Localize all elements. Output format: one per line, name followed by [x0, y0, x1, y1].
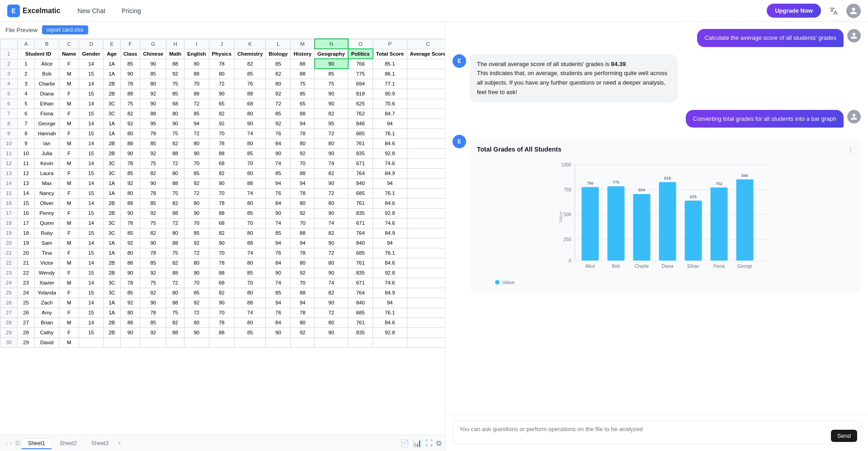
table-row[interactable]: 109IanM142B88858280788084808076184.6 — [0, 138, 445, 148]
logo-text: Excelmatic — [23, 7, 61, 15]
main-container: File Preview report card.xlsx A B C D E … — [0, 22, 868, 451]
table-row[interactable]: 1716PennyF152B90928890888590929083592.8 — [0, 208, 445, 218]
svg-rect-12 — [582, 187, 599, 261]
table-row[interactable]: 2322WendyF152B90928890888590929083592.8 — [0, 268, 445, 278]
sheet-tab-1[interactable]: Sheet1 — [21, 438, 52, 449]
table-row[interactable]: 1817QuinnM143C78757270687074707467174.6 — [0, 218, 445, 228]
spreadsheet-icon-4[interactable]: ⧉ — [436, 439, 441, 447]
pricing-link[interactable]: Pricing — [115, 5, 147, 17]
user-message-row-2: Converting total grades for all students… — [453, 110, 861, 128]
user-message-1: Calculate the average score of all stude… — [697, 29, 844, 47]
col-j: J — [209, 39, 234, 49]
svg-text:775: 775 — [613, 180, 619, 185]
ai-avatar-2: E — [453, 135, 466, 148]
table-row[interactable]: 2625ZachM141A92908892908894949084094 — [0, 298, 445, 308]
send-button[interactable]: Send — [831, 430, 857, 442]
table-row[interactable]: 2221VictorM142B88858280788084808076184.6 — [0, 258, 445, 268]
table-row[interactable]: 21AliceF141A85908880788285889076685.1 — [0, 59, 445, 69]
svg-rect-27 — [711, 188, 728, 261]
table-row[interactable]: 3029DavidM — [0, 337, 445, 347]
file-preview-label: File Preview — [5, 27, 38, 33]
table-row[interactable]: 65EthanM143C75906872656872659062570.6 — [0, 99, 445, 109]
user-avatar-2 — [847, 110, 861, 123]
legend-dot — [495, 280, 500, 285]
col-g: G — [140, 39, 166, 49]
table-row[interactable]: 2726AmyF151A80787572707476787268576.1 — [0, 308, 445, 318]
table-row[interactable]: 1413MaxM141A92908892908894949084094 — [0, 178, 445, 188]
table-row[interactable]: 2120TinaF151A80787572707476787268576.1 — [0, 248, 445, 258]
bar-chart-svg: 1000 750 500 250 0 — [477, 158, 854, 276]
table-row[interactable]: 1918RubyF153C85828085828085888276484.9 — [0, 228, 445, 238]
spreadsheet-icon-1[interactable]: 📄 — [400, 439, 409, 447]
svg-text:Fiona: Fiona — [713, 264, 725, 269]
svg-text:1000: 1000 — [561, 162, 571, 167]
sheet-tab-2[interactable]: Sheet2 — [53, 438, 84, 449]
chart-legend: Value — [477, 280, 854, 285]
chart-wrapper: Total Grades of All Students ⋮ 1000 750 … — [470, 135, 861, 292]
svg-rect-30 — [736, 180, 754, 261]
table-row[interactable]: 87GeorgeM141A92959094929092949584694 — [0, 119, 445, 128]
upgrade-button[interactable]: Upgrade Now — [767, 4, 821, 18]
avatar[interactable] — [846, 4, 861, 18]
svg-text:Ethan: Ethan — [687, 264, 699, 269]
table-row[interactable]: 54DianaF152B88928588908892859081890.9 — [0, 89, 445, 99]
sheet-tab-3[interactable]: Sheet3 — [85, 438, 115, 449]
svg-rect-15 — [608, 186, 625, 261]
svg-text:Charlie: Charlie — [635, 264, 649, 269]
table-row[interactable]: 2019SamM141A92908892908894949084094 — [0, 238, 445, 248]
spreadsheet-icon-2[interactable]: 📊 — [413, 439, 422, 447]
chat-input[interactable] — [453, 421, 861, 444]
chart-container: Total Grades of All Students ⋮ 1000 750 … — [470, 138, 861, 292]
svg-text:Bob: Bob — [612, 264, 620, 269]
svg-text:Alice: Alice — [585, 264, 595, 269]
col-m: M — [291, 39, 315, 49]
svg-text:625: 625 — [690, 195, 697, 199]
add-sheet-button[interactable]: + — [118, 440, 122, 446]
user-message-row-1: Calculate the average score of all stude… — [453, 29, 861, 47]
user-avatar-1 — [847, 29, 861, 43]
col-f: F — [120, 39, 140, 49]
svg-text:Value: Value — [558, 211, 563, 223]
svg-text:818: 818 — [664, 176, 671, 180]
spreadsheet-container[interactable]: A B C D E F G H I J K L M N O — [0, 38, 445, 435]
svg-text:500: 500 — [564, 212, 571, 217]
chart-menu-icon[interactable]: ⋮ — [848, 146, 854, 153]
chat-messages: Calculate the average score of all stude… — [445, 22, 868, 415]
table-row[interactable]: 2928CathyF152B90928890888590929083592.8 — [0, 328, 445, 337]
spreadsheet-table: A B C D E F G H I J K L M N O — [0, 38, 445, 348]
col-p: P — [373, 39, 407, 49]
logo-icon: E — [7, 5, 20, 17]
table-row[interactable]: 76FionaF153C82888085828085888276284.7 — [0, 109, 445, 119]
chart-title-row: Total Grades of All Students ⋮ — [477, 146, 854, 153]
sheet-tabs: ‹ › ☰ Sheet1 Sheet2 Sheet3 + 📄 📊 ⛶ ⧉ — [0, 435, 445, 451]
table-row[interactable]: 1211KevinM143C78757270687074707467174.6 — [0, 158, 445, 168]
table-row[interactable]: 98HannahF151A80787572707476787268576.1 — [0, 128, 445, 138]
table-row[interactable]: 1615OliverM142B88858280788084808076184.6 — [0, 198, 445, 208]
svg-text:Diana: Diana — [661, 264, 674, 269]
sheet-nav-prev[interactable]: ‹ — [5, 440, 7, 446]
table-row[interactable]: 1110JuliaF152B90928890888590929083592.8 — [0, 148, 445, 158]
chat-input-wrapper: Send — [453, 421, 861, 446]
table-row[interactable]: 1312LauraF153C85828085828085888276484.9 — [0, 168, 445, 178]
table-row[interactable]: 1514NancyF151A80787572707476787268576.1 — [0, 188, 445, 198]
table-row[interactable]: 2524YolandaF153C85828085828085888276484.… — [0, 288, 445, 298]
chart-title: Total Grades of All Students — [477, 146, 561, 153]
translate-icon[interactable] — [826, 4, 841, 18]
new-chat-link[interactable]: New Chat — [71, 5, 112, 17]
svg-text:750: 750 — [564, 187, 571, 192]
table-row[interactable]: 2423XavierM143C78757270687074707467174.6 — [0, 278, 445, 288]
col-o: O — [348, 39, 373, 49]
chat-input-area: Send — [445, 415, 868, 451]
right-panel: Calculate the average score of all stude… — [445, 22, 868, 451]
col-e: E — [103, 39, 120, 49]
col-c: C — [59, 39, 79, 49]
sheet-nav-next[interactable]: › — [10, 440, 12, 446]
sheet-menu-icon[interactable]: ☰ — [15, 440, 20, 446]
table-row[interactable]: 43CharlieM142B78807570727680757569477.1 — [0, 79, 445, 89]
logo[interactable]: E Excelmatic — [7, 5, 61, 17]
svg-text:250: 250 — [564, 237, 571, 242]
table-row[interactable]: 2827BrianM142B88858280788084808076184.6 — [0, 318, 445, 328]
col-q: C — [407, 39, 445, 49]
spreadsheet-icon-3[interactable]: ⛶ — [425, 439, 433, 447]
table-row[interactable]: 32BobM151A90859288808582888577586.1 — [0, 69, 445, 79]
